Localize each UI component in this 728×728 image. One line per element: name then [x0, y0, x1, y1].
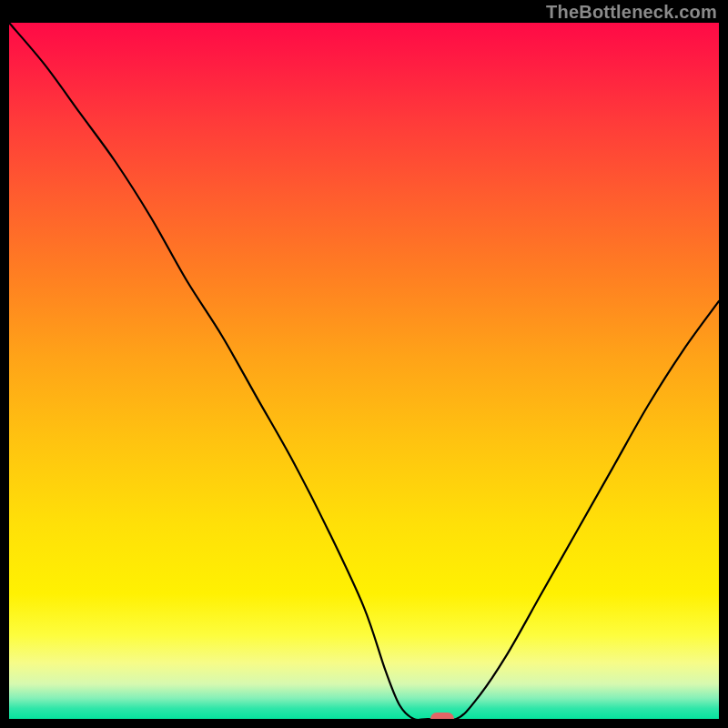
- optimal-marker: [430, 713, 454, 719]
- chart-frame: TheBottleneck.com: [0, 0, 728, 728]
- watermark-text: TheBottleneck.com: [546, 2, 717, 23]
- bottleneck-curve: [9, 23, 719, 719]
- curve-svg: [9, 23, 719, 719]
- plot-area: [9, 23, 719, 719]
